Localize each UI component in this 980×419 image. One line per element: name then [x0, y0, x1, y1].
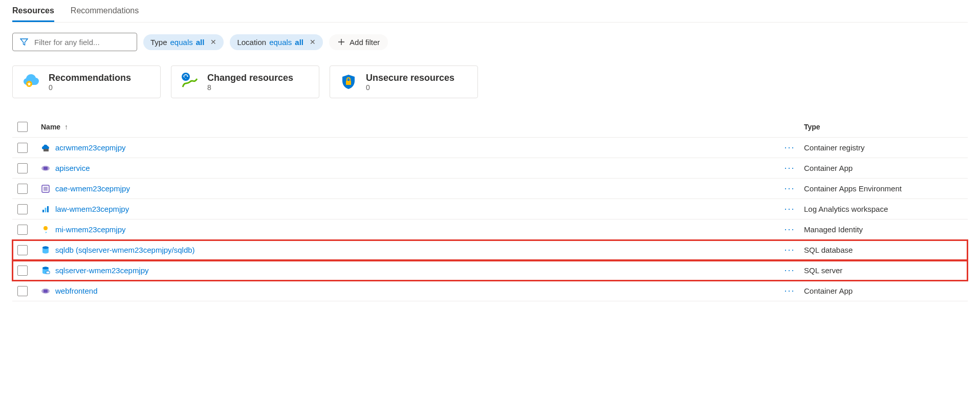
summary-cards: Recommendations 0 Changed resources 8 Un… — [12, 65, 968, 98]
tabs-bar: Resources Recommendations — [12, 0, 968, 23]
card-unsecure-resources[interactable]: Unsecure resources 0 — [330, 65, 478, 98]
sql-database-icon — [41, 246, 50, 255]
plus-icon — [337, 38, 345, 46]
unsecure-resources-icon — [339, 73, 358, 91]
pill-location-equals: equals — [269, 38, 292, 47]
card-recommendations-count: 0 — [49, 83, 131, 92]
resource-type-label: Container App — [804, 286, 968, 295]
svg-rect-3 — [43, 149, 49, 151]
row-actions-button[interactable]: ··· — [775, 183, 804, 194]
table-row: apiservice ··· Container App — [12, 158, 968, 179]
resource-type-label: Container registry — [804, 143, 968, 152]
pill-type-label: Type — [150, 38, 167, 47]
filter-pill-type[interactable]: Type equals all ✕ — [143, 34, 224, 50]
card-changed-title: Changed resources — [207, 73, 293, 83]
sort-ascending-icon: ↑ — [64, 123, 68, 131]
column-header-name[interactable]: Name ↑ — [41, 123, 775, 131]
row-actions-button[interactable]: ··· — [775, 163, 804, 173]
row-checkbox[interactable] — [17, 184, 28, 194]
tab-resources[interactable]: Resources — [12, 0, 54, 22]
row-actions-button[interactable]: ··· — [775, 265, 804, 276]
pill-location-value: all — [295, 38, 303, 47]
row-actions-button[interactable]: ··· — [775, 142, 804, 153]
column-header-type[interactable]: Type — [804, 123, 968, 131]
svg-rect-9 — [45, 208, 47, 212]
pill-type-value: all — [196, 38, 205, 47]
svg-rect-8 — [42, 210, 44, 212]
table-header: Name ↑ Type — [12, 117, 968, 138]
svg-rect-16 — [46, 271, 50, 274]
pill-location-remove[interactable]: ✕ — [310, 38, 316, 46]
container-registry-icon — [41, 143, 50, 152]
table-row: webfrontend ··· Container App — [12, 281, 968, 301]
resource-name-link[interactable]: apiservice — [55, 164, 90, 172]
select-all-checkbox[interactable] — [17, 122, 28, 132]
row-actions-button[interactable]: ··· — [775, 245, 804, 255]
resource-type-label: SQL server — [804, 266, 968, 275]
filter-pill-location[interactable]: Location equals all ✕ — [230, 34, 323, 50]
svg-rect-10 — [47, 206, 49, 212]
resource-name-link[interactable]: sqlserver-wmem23cepmjpy — [55, 266, 149, 275]
svg-rect-2 — [346, 81, 351, 85]
row-checkbox[interactable] — [17, 143, 28, 153]
table-row: mi-wmem23cepmjpy ··· Managed Identity — [12, 219, 968, 240]
changed-resources-icon — [181, 73, 199, 91]
resource-name-link[interactable]: webfrontend — [55, 286, 98, 295]
row-checkbox[interactable] — [17, 266, 28, 276]
resource-name-link[interactable]: law-wmem23cepmjpy — [55, 205, 129, 213]
pill-location-label: Location — [237, 38, 266, 47]
sql-server-icon — [41, 266, 50, 275]
filter-input-wrapper[interactable] — [12, 33, 137, 51]
row-checkbox[interactable] — [17, 286, 28, 296]
container-app-icon — [41, 164, 50, 173]
resource-name-link[interactable]: mi-wmem23cepmjpy — [55, 225, 126, 234]
pill-type-remove[interactable]: ✕ — [210, 38, 216, 46]
card-changed-resources[interactable]: Changed resources 8 — [171, 65, 319, 98]
row-checkbox[interactable] — [17, 245, 28, 255]
svg-point-15 — [42, 267, 49, 269]
resource-type-label: SQL database — [804, 246, 968, 254]
log-analytics-icon — [41, 205, 50, 214]
row-checkbox[interactable] — [17, 204, 28, 214]
resource-type-label: Managed Identity — [804, 225, 968, 234]
add-filter-button[interactable]: Add filter — [329, 34, 388, 50]
recommendations-icon — [22, 73, 40, 91]
resources-table: Name ↑ Type acrwmem23cepmjpy ··· Contain… — [12, 117, 968, 301]
filter-input[interactable] — [33, 37, 129, 47]
filter-icon — [20, 38, 28, 46]
svg-rect-18 — [43, 290, 48, 293]
add-filter-label: Add filter — [350, 38, 380, 47]
managed-identity-icon — [41, 225, 50, 234]
svg-rect-7 — [43, 187, 48, 191]
table-row: sqlserver-wmem23cepmjpy ··· SQL server — [12, 260, 968, 281]
card-recommendations-title: Recommendations — [49, 73, 131, 83]
resource-type-label: Container App — [804, 164, 968, 172]
svg-point-11 — [43, 226, 48, 230]
table-row: law-wmem23cepmjpy ··· Log Analytics work… — [12, 199, 968, 219]
resource-name-link[interactable]: acrwmem23cepmjpy — [55, 143, 126, 152]
svg-point-13 — [42, 246, 49, 249]
card-changed-count: 8 — [207, 83, 293, 92]
table-row: sqldb (sqlserver-wmem23cepmjpy/sqldb) ··… — [12, 240, 968, 260]
row-actions-button[interactable]: ··· — [775, 224, 804, 235]
row-actions-button[interactable]: ··· — [775, 285, 804, 296]
row-checkbox[interactable] — [17, 225, 28, 235]
resource-type-label: Container Apps Environment — [804, 184, 968, 193]
svg-rect-5 — [43, 167, 48, 170]
table-row: cae-wmem23cepmjpy ··· Container Apps Env… — [12, 179, 968, 199]
container-app-icon — [41, 286, 50, 296]
resource-name-link[interactable]: cae-wmem23cepmjpy — [55, 184, 130, 193]
card-unsecure-title: Unsecure resources — [366, 73, 454, 83]
row-checkbox[interactable] — [17, 163, 28, 173]
filter-row: Type equals all ✕ Location equals all ✕ … — [12, 33, 968, 51]
card-recommendations[interactable]: Recommendations 0 — [12, 65, 161, 98]
table-row: acrwmem23cepmjpy ··· Container registry — [12, 138, 968, 158]
card-unsecure-count: 0 — [366, 83, 454, 92]
resource-type-label: Log Analytics workspace — [804, 205, 968, 213]
svg-point-1 — [182, 73, 190, 81]
tab-recommendations[interactable]: Recommendations — [71, 0, 139, 22]
row-actions-button[interactable]: ··· — [775, 204, 804, 214]
container-apps-env-icon — [41, 184, 50, 193]
resource-name-link[interactable]: sqldb (sqlserver-wmem23cepmjpy/sqldb) — [55, 246, 195, 254]
column-header-name-label: Name — [41, 123, 60, 131]
